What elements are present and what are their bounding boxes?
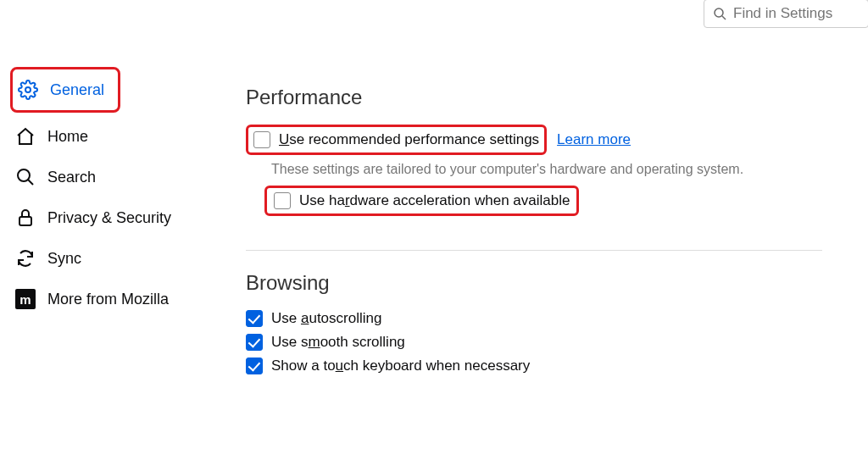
lock-icon bbox=[15, 208, 36, 228]
svg-rect-5 bbox=[19, 217, 31, 225]
sidebar-item-label: Privacy & Security bbox=[47, 209, 171, 227]
svg-point-3 bbox=[18, 169, 30, 181]
section-divider bbox=[246, 250, 822, 251]
checkbox-label: Use hardware acceleration when available bbox=[299, 192, 570, 209]
checkbox-label: Use autoscrolling bbox=[271, 310, 381, 327]
svg-point-2 bbox=[25, 87, 31, 92]
svg-line-4 bbox=[28, 180, 33, 185]
sidebar-item-label: Home bbox=[47, 128, 88, 146]
sidebar-item-label: General bbox=[50, 81, 104, 99]
checkbox-recommended-performance[interactable] bbox=[253, 131, 270, 148]
row-recommended-performance: Use recommended performance settings Lea… bbox=[246, 125, 822, 155]
sidebar-item-label: More from Mozilla bbox=[47, 291, 169, 308]
search-input-container[interactable] bbox=[704, 0, 868, 28]
section-title-browsing: Browsing bbox=[246, 271, 822, 295]
sidebar-item-label: Sync bbox=[47, 250, 81, 268]
sidebar-item-search[interactable]: Search bbox=[10, 157, 195, 197]
sidebar-item-more[interactable]: m More from Mozilla bbox=[10, 279, 195, 319]
checkbox-smooth-scroll[interactable] bbox=[246, 334, 263, 351]
search-icon bbox=[713, 7, 726, 20]
checkbox-autoscroll[interactable] bbox=[246, 310, 263, 327]
sync-icon bbox=[15, 248, 36, 269]
sidebar-item-home[interactable]: Home bbox=[10, 116, 195, 157]
sidebar-item-label: Search bbox=[47, 169, 96, 186]
search-icon bbox=[15, 167, 36, 187]
row-touch-keyboard: Show a touch keyboard when necessary bbox=[246, 358, 822, 374]
highlight-hw-accel: Use hardware acceleration when available bbox=[264, 186, 579, 216]
row-smooth-scroll: Use smooth scrolling bbox=[246, 334, 822, 351]
mozilla-icon: m bbox=[15, 289, 36, 309]
row-autoscroll: Use autoscrolling bbox=[246, 310, 822, 327]
svg-point-0 bbox=[715, 8, 723, 17]
row-hw-accel: Use hardware acceleration when available bbox=[246, 186, 822, 216]
svg-line-1 bbox=[722, 16, 726, 19]
sidebar-item-privacy[interactable]: Privacy & Security bbox=[10, 197, 195, 238]
highlight-general: General bbox=[10, 67, 120, 113]
checkbox-label: Use recommended performance settings bbox=[279, 131, 539, 148]
learn-more-link[interactable]: Learn more bbox=[557, 131, 631, 148]
sidebar-item-general[interactable]: General bbox=[13, 69, 118, 110]
performance-note: These settings are tailored to your comp… bbox=[271, 162, 822, 177]
section-title-performance: Performance bbox=[246, 86, 822, 109]
checkbox-label: Show a touch keyboard when necessary bbox=[271, 358, 530, 374]
checkbox-touch-keyboard[interactable] bbox=[246, 358, 263, 374]
home-icon bbox=[15, 126, 36, 147]
sidebar: General Home Search Privacy & Security S… bbox=[0, 35, 195, 381]
gear-icon bbox=[18, 80, 38, 100]
checkbox-hw-accel[interactable] bbox=[274, 192, 291, 209]
search-input[interactable] bbox=[733, 5, 860, 22]
content-area: Performance Use recommended performance … bbox=[246, 35, 822, 381]
highlight-recommended: Use recommended performance settings bbox=[246, 125, 547, 155]
checkbox-label: Use smooth scrolling bbox=[271, 334, 405, 351]
sidebar-item-sync[interactable]: Sync bbox=[10, 238, 195, 279]
